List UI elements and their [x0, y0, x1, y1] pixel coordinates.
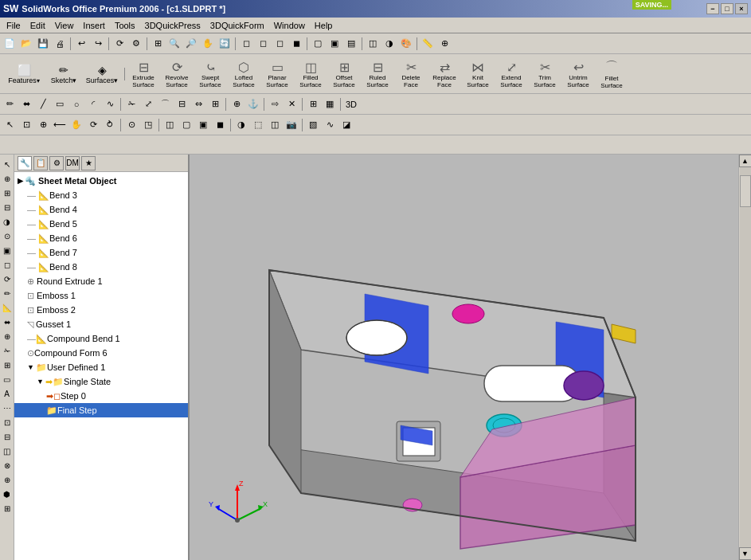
left-icon-24[interactable]: ⬢ — [1, 488, 14, 500]
section-view2[interactable]: ◫ — [267, 117, 283, 133]
tree-item-bend4[interactable]: — 📐 Bend 4 — [14, 202, 188, 217]
scrollbar-track[interactable] — [740, 167, 751, 547]
print-btn[interactable]: 🖨 — [52, 36, 68, 52]
knit-surface-btn[interactable]: ⋈ KnitSurface — [461, 56, 495, 92]
zoom-prev[interactable]: ⟵ — [52, 117, 68, 133]
extend-btn[interactable]: ⤢ — [140, 96, 156, 112]
untrim-surface-btn[interactable]: ↩ UntrimSurface — [561, 56, 595, 92]
fillet-surface-btn[interactable]: ⌒ FilletSurface — [595, 56, 628, 92]
mirror-btn[interactable]: ⇔ — [190, 96, 206, 112]
menu-3dquickform[interactable]: 3DQuickForm — [205, 19, 269, 32]
left-icon-4[interactable]: ⊟ — [1, 201, 14, 213]
intersect-curve[interactable]: ✕ — [284, 96, 299, 112]
tree-item-compound-bend1[interactable]: — 📐 Compound Bend 1 — [14, 331, 188, 346]
scroll-up-btn[interactable]: ▲ — [739, 155, 752, 167]
snap-to-grid[interactable]: ⊞ — [305, 96, 321, 112]
left-icon-21[interactable]: ◫ — [1, 444, 14, 457]
minimize-button[interactable]: − — [706, 3, 719, 14]
display-shade[interactable]: ▣ — [327, 36, 342, 52]
spline-btn[interactable]: ∿ — [102, 96, 118, 112]
trim-btn[interactable]: ✁ — [123, 96, 139, 112]
circle-btn[interactable]: ○ — [68, 96, 84, 112]
tree-tab-dm[interactable]: DM — [65, 156, 80, 170]
offset-surface-btn[interactable]: ⊞ OffsetSurface — [327, 56, 361, 92]
draft-analysis[interactable]: ◪ — [338, 117, 354, 133]
appearance[interactable]: 🎨 — [398, 36, 414, 52]
pattern-btn[interactable]: ⊞ — [207, 96, 223, 112]
left-icon-20[interactable]: ⊟ — [1, 430, 14, 443]
trim-surface-btn[interactable]: ✂ TrimSurface — [528, 56, 561, 92]
right-scrollbar[interactable]: ▲ ▼ — [738, 155, 751, 560]
render-btn[interactable]: ◼ — [212, 117, 228, 133]
tree-item-final-step[interactable]: 📁 Final Step — [14, 403, 188, 417]
mass-props[interactable]: ⊕ — [436, 36, 452, 52]
zoom-out[interactable]: 🔎 — [183, 36, 199, 52]
left-icon-17[interactable]: A — [1, 387, 14, 400]
tree-item-bend5[interactable]: — 📐 Bend 5 — [14, 217, 188, 231]
tree-item-step0[interactable]: ➡◻ Step 0 — [14, 389, 188, 403]
titlebar-controls[interactable]: − □ × — [706, 3, 748, 14]
menu-file[interactable]: File — [2, 19, 25, 32]
left-icon-16[interactable]: ▭ — [1, 373, 14, 386]
menu-window[interactable]: Window — [269, 19, 310, 32]
left-icon-19[interactable]: ⊡ — [1, 416, 14, 429]
tree-item-bend8[interactable]: — 📐 Bend 8 — [14, 260, 188, 274]
offset-btn[interactable]: ⊟ — [174, 96, 190, 112]
planar-surface-btn[interactable]: ▭ PlanarSurface — [260, 56, 294, 92]
rotate-view[interactable]: ⟳ — [85, 117, 101, 133]
view-selector[interactable]: ◳ — [140, 117, 156, 133]
tree-tab-property[interactable]: 📋 — [33, 156, 48, 170]
left-icon-8[interactable]: ◻ — [1, 258, 14, 271]
left-icon-18[interactable]: ⋯ — [1, 401, 14, 414]
fillet-btn[interactable]: ⌒ — [157, 96, 173, 112]
rect-btn[interactable]: ▭ — [52, 96, 68, 112]
left-icon-7[interactable]: ▣ — [1, 244, 14, 257]
add-relation[interactable]: ⊕ — [229, 96, 244, 112]
tree-item-bend6[interactable]: — 📐 Bend 6 — [14, 231, 188, 245]
zoom-fit[interactable]: ⊞ — [150, 36, 166, 52]
menu-tools[interactable]: Tools — [110, 19, 140, 32]
zoom-dynamic[interactable]: ⊕ — [35, 117, 51, 133]
tree-item-bend7[interactable]: — 📐 Bend 7 — [14, 245, 188, 260]
arc-btn[interactable]: ◜ — [85, 96, 101, 112]
view-iso[interactable]: ◼ — [288, 36, 304, 52]
line-btn[interactable]: ╱ — [35, 96, 51, 112]
undo-btn[interactable]: ↩ — [73, 36, 89, 52]
new-btn[interactable]: 📄 — [2, 36, 18, 52]
fix-btn[interactable]: ⚓ — [245, 96, 261, 112]
select-btn[interactable]: ↖ — [2, 117, 18, 133]
ruled-surface-btn[interactable]: ⊟ RuledSurface — [361, 56, 394, 92]
save-btn[interactable]: 💾 — [35, 36, 51, 52]
perspective-btn[interactable]: ⬚ — [250, 117, 266, 133]
display-grid[interactable]: ▦ — [322, 96, 338, 112]
tree-item-round-extrude1[interactable]: ⊕ Round Extrude 1 — [14, 274, 188, 288]
redo-btn[interactable]: ↪ — [90, 36, 106, 52]
hide-lines[interactable]: ◫ — [162, 117, 178, 133]
tree-item-emboss2[interactable]: ⊡ Emboss 2 — [14, 303, 188, 317]
view-right[interactable]: ◻ — [272, 36, 287, 52]
tree-item-user-defined1[interactable]: ▼ 📁 User Defined 1 — [14, 360, 188, 374]
scroll-down-btn[interactable]: ▼ — [739, 547, 752, 560]
section-view[interactable]: ◫ — [365, 36, 381, 52]
left-icon-1[interactable]: ↖ — [1, 158, 14, 170]
close-button[interactable]: × — [735, 3, 748, 14]
smart-dim[interactable]: ⬌ — [18, 96, 34, 112]
replace-face-btn[interactable]: ⇄ ReplaceFace — [428, 56, 461, 92]
shaded-btn[interactable]: ▣ — [195, 117, 211, 133]
wireframe[interactable]: ▢ — [178, 117, 194, 133]
left-icon-6[interactable]: ⊙ — [1, 229, 14, 242]
menu-3dquickpress[interactable]: 3DQuickPress — [140, 19, 205, 32]
left-icon-23[interactable]: ⊕ — [1, 473, 14, 486]
pan[interactable]: ✋ — [200, 36, 216, 52]
convert-entities[interactable]: ⇨ — [267, 96, 283, 112]
menu-view[interactable]: View — [50, 19, 79, 32]
rotate[interactable]: 🔄 — [217, 36, 233, 52]
filled-surface-btn[interactable]: ◫ FilledSurface — [294, 56, 327, 92]
left-icon-25[interactable]: ⊞ — [1, 502, 14, 515]
normal-to[interactable]: ⊙ — [123, 117, 139, 133]
view-top[interactable]: ◻ — [255, 36, 271, 52]
display-wire[interactable]: ▢ — [310, 36, 326, 52]
left-icon-13[interactable]: ⊕ — [1, 330, 14, 343]
display-edges[interactable]: ▤ — [343, 36, 359, 52]
tree-item-emboss1[interactable]: ⊡ Emboss 1 — [14, 288, 188, 303]
